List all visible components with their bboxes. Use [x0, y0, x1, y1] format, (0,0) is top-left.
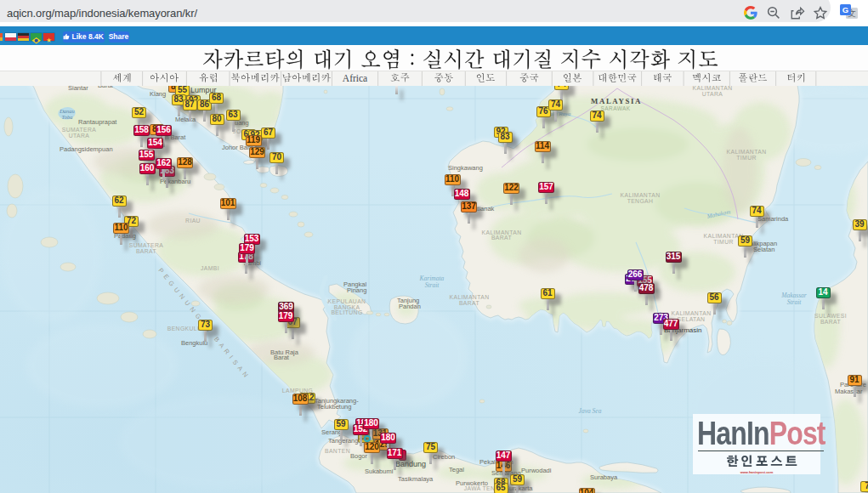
svg-text:Toba: Toba: [62, 114, 73, 120]
svg-text:SELATAN: SELATAN: [678, 316, 706, 322]
svg-text:Selatan: Selatan: [753, 246, 774, 253]
svg-text:SUMATERA: SUMATERA: [62, 127, 97, 133]
svg-text:Klang: Klang: [150, 90, 166, 98]
svg-text:TENGAH: TENGAH: [627, 198, 654, 204]
svg-text:Singkawang: Singkawang: [448, 164, 483, 172]
svg-text:BANTEN: BANTEN: [325, 448, 350, 454]
svg-text:Surabaya: Surabaya: [590, 473, 618, 481]
svg-text:KALIMANTAN: KALIMANTAN: [727, 149, 767, 155]
svg-text:SUMATERA: SUMATERA: [129, 242, 164, 248]
svg-text:BARAT: BARAT: [459, 300, 479, 306]
svg-text:KALIMANTAN: KALIMANTAN: [672, 310, 712, 316]
svg-text:UTARA: UTARA: [69, 133, 90, 139]
svg-text:Bandung: Bandung: [395, 460, 426, 468]
svg-text:TIMUR: TIMUR: [736, 155, 757, 161]
svg-text:Pandan: Pandan: [399, 303, 421, 310]
svg-text:Strait: Strait: [787, 298, 803, 306]
svg-text:UTARA: UTARA: [702, 91, 723, 97]
svg-text:BELITUNG: BELITUNG: [331, 309, 362, 315]
svg-text:Telukbetung: Telukbetung: [317, 403, 351, 411]
svg-text:Barat: Barat: [98, 86, 114, 89]
svg-text:Melaka: Melaka: [175, 116, 196, 123]
svg-text:Africa: Africa: [343, 73, 367, 83]
svg-text:Strait: Strait: [425, 281, 440, 289]
svg-text:Padangsidempuan: Padangsidempuan: [60, 145, 113, 153]
svg-text:JAMBI: JAMBI: [201, 265, 219, 271]
svg-text:Purwodadi: Purwodadi: [521, 467, 552, 474]
svg-text:Java Sea: Java Sea: [579, 407, 602, 415]
svg-text:BARAT: BARAT: [820, 319, 841, 325]
svg-text:Tegal: Tegal: [449, 466, 464, 473]
svg-text:BARAT: BARAT: [136, 248, 156, 254]
svg-text:Barat: Barat: [274, 354, 290, 361]
svg-text:KALIMANTAN: KALIMANTAN: [450, 294, 490, 300]
svg-text:Tasikmalaya: Tasikmalaya: [398, 475, 434, 483]
svg-text:Pinang: Pinang: [347, 286, 366, 294]
svg-text:BENGKULU: BENGKULU: [167, 326, 202, 332]
svg-text:MALAYSIA: MALAYSIA: [591, 97, 642, 105]
svg-text:SARAWAK: SARAWAK: [601, 105, 631, 111]
svg-text:KALIMANTAN: KALIMANTAN: [621, 192, 661, 198]
svg-text:Danau: Danau: [59, 108, 75, 114]
svg-text:RIAU: RIAU: [185, 218, 201, 224]
svg-text:Sukabumi: Sukabumi: [365, 468, 394, 475]
svg-text:Surakarta: Surakarta: [505, 484, 533, 492]
svg-text:Makassar: Makassar: [835, 388, 863, 395]
svg-text:SULAWESI: SULAWESI: [814, 313, 847, 319]
svg-text:TIMUR: TIMUR: [713, 239, 734, 245]
svg-text:Cirebon: Cirebon: [433, 453, 455, 461]
svg-text:Tangerang: Tangerang: [328, 437, 358, 445]
svg-text:G: G: [842, 5, 848, 14]
svg-text:Siantar: Siantar: [68, 86, 88, 92]
svg-text:BARAT: BARAT: [491, 235, 512, 241]
svg-text:Bogor: Bogor: [350, 452, 368, 460]
svg-text:Rantauprapat: Rantauprapat: [78, 118, 117, 126]
